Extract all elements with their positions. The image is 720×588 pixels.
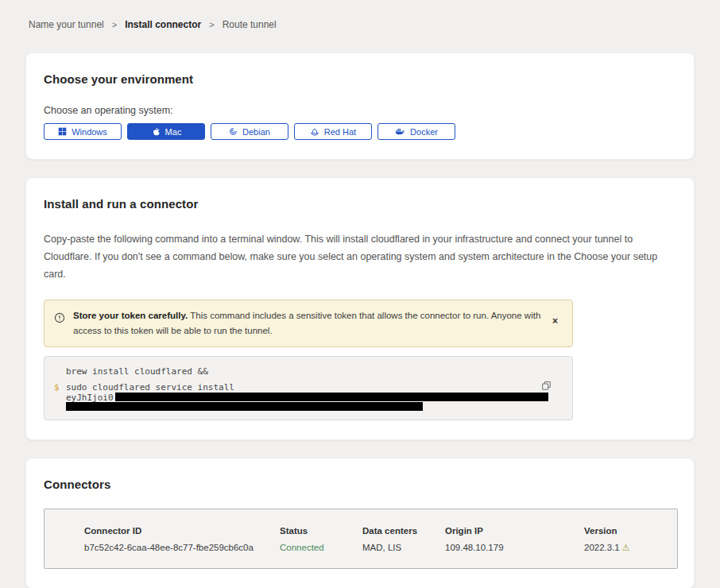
- breadcrumb-separator: >: [209, 20, 214, 29]
- copy-icon[interactable]: [540, 379, 553, 395]
- header-version: Version: [584, 526, 669, 536]
- token-prefix: eyJhIjoi0: [66, 393, 114, 403]
- header-status: Status: [280, 526, 362, 536]
- code-line-token: eyJhIjoi0: [66, 393, 561, 403]
- install-card-title: Install and run a connector: [44, 197, 676, 211]
- environment-card-title: Choose your environment: [44, 72, 676, 86]
- version-value: 2022.3.1⚠: [584, 543, 669, 553]
- breadcrumb-name-your-tunnel[interactable]: Name your tunnel: [29, 19, 104, 30]
- shell-prompt: $: [54, 383, 60, 393]
- code-line-sudo: sudo cloudflared service install: [66, 383, 561, 393]
- alert-title: Store your token carefully.: [73, 311, 188, 320]
- os-button-label: Debian: [242, 127, 270, 137]
- breadcrumb: Name your tunnel > Install connector > R…: [0, 0, 720, 30]
- connectors-card: Connectors Connector ID Status Data cent…: [25, 458, 695, 588]
- breadcrumb-install-connector[interactable]: Install connector: [125, 19, 201, 30]
- token-warning-alert: Store your token carefully. This command…: [44, 300, 573, 347]
- install-description: Copy-paste the following command into a …: [44, 231, 676, 284]
- connector-id-value: b7c52c42-6caa-48ee-8c77-fbe259cb6c0a: [84, 543, 280, 553]
- os-button-docker[interactable]: Docker: [377, 123, 455, 140]
- os-button-debian[interactable]: Debian: [211, 123, 288, 140]
- install-command-codeblock[interactable]: brew install cloudflared && $ sudo cloud…: [44, 356, 573, 421]
- header-connector-id: Connector ID: [84, 526, 280, 536]
- code-line-brew: brew install cloudflared &&: [66, 367, 561, 377]
- os-button-label: Docker: [410, 127, 438, 137]
- version-number: 2022.3.1: [584, 543, 620, 552]
- origin-ip-value: 109.48.10.179: [445, 543, 584, 553]
- close-icon[interactable]: ×: [549, 315, 561, 327]
- warning-triangle-icon: ⚠: [622, 543, 630, 552]
- apple-icon: [151, 126, 161, 137]
- header-origin-ip: Origin IP: [445, 526, 584, 536]
- header-data-centers: Data centers: [362, 526, 445, 536]
- debian-icon: [229, 127, 238, 136]
- os-button-mac[interactable]: Mac: [127, 123, 205, 140]
- status-badge: Connected: [280, 543, 362, 553]
- install-card: Install and run a connector Copy-paste t…: [25, 177, 695, 440]
- os-button-group: Windows Mac Debian Red Hat Docker: [44, 123, 676, 140]
- os-button-label: Mac: [165, 127, 182, 137]
- os-button-redhat[interactable]: Red Hat: [294, 123, 372, 140]
- breadcrumb-route-tunnel[interactable]: Route tunnel: [223, 19, 277, 30]
- os-button-label: Windows: [72, 127, 107, 137]
- redhat-icon: [310, 127, 319, 137]
- windows-icon: [58, 127, 67, 136]
- info-circle-icon: [54, 312, 65, 327]
- table-row: b7c52c42-6caa-48ee-8c77-fbe259cb6c0a Con…: [84, 543, 669, 553]
- alert-text: Store your token carefully. This command…: [73, 308, 541, 338]
- connectors-card-title: Connectors: [44, 478, 676, 491]
- os-button-label: Red Hat: [324, 127, 356, 137]
- connectors-table: Connector ID Status Data centers Origin …: [44, 509, 678, 569]
- docker-icon: [395, 127, 405, 136]
- os-button-windows[interactable]: Windows: [44, 123, 122, 140]
- data-centers-value: MAD, LIS: [362, 543, 445, 553]
- environment-card: Choose your environment Choose an operat…: [25, 52, 695, 160]
- breadcrumb-separator: >: [112, 20, 117, 29]
- token-redaction-bar: [115, 393, 548, 401]
- token-redaction-bar: [66, 402, 423, 411]
- os-select-label: Choose an operating system:: [44, 105, 676, 116]
- connectors-table-header: Connector ID Status Data centers Origin …: [84, 526, 669, 536]
